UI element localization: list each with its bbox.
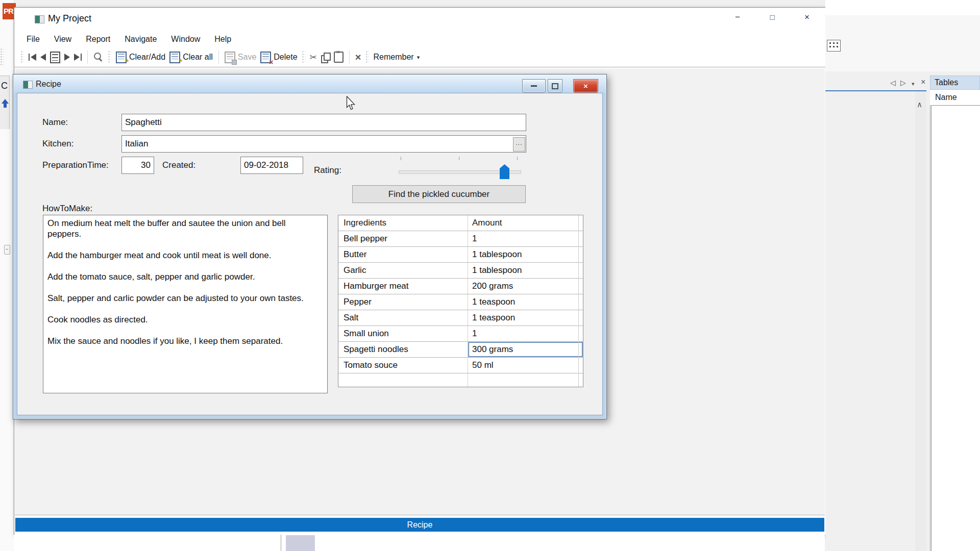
recipe-maximize-button[interactable]: [548, 79, 562, 93]
ingredient-cell[interactable]: Salt: [338, 310, 468, 325]
first-record-button[interactable]: [29, 49, 36, 65]
paste-button[interactable]: [334, 49, 344, 65]
delete-button[interactable]: × Delete: [260, 49, 297, 65]
menu-report[interactable]: Report: [79, 32, 117, 44]
created-input[interactable]: 09-02-2018: [240, 157, 303, 174]
ingredient-row[interactable]: Tomato souce50 ml: [338, 358, 583, 373]
howtomake-paragraph: Cook noodles as directed.: [47, 314, 310, 325]
app-title: My Project: [48, 13, 91, 24]
cancel-button[interactable]: ×: [355, 49, 361, 65]
amount-cell[interactable]: 200 grams: [468, 279, 583, 294]
ingredient-row[interactable]: Salt1 teaspoon: [338, 310, 583, 326]
clear-all-button[interactable]: * Clear all: [169, 49, 213, 65]
ingredient-cell[interactable]: [338, 373, 468, 387]
kitchen-input[interactable]: Italian: [121, 135, 526, 153]
ingredient-cell[interactable]: Butter: [338, 247, 468, 262]
mouse-cursor: [345, 96, 356, 111]
amount-cell[interactable]: 50 ml: [468, 358, 583, 373]
kitchen-label: Kitchen:: [42, 139, 74, 149]
toolbar-grip[interactable]: [302, 51, 305, 63]
background-vertical-line: [281, 535, 281, 551]
next-record-button[interactable]: [64, 49, 70, 65]
last-record-button[interactable]: [74, 49, 82, 65]
menu-help[interactable]: Help: [207, 32, 238, 44]
tab-scroll-right-icon[interactable]: ▷: [900, 79, 906, 87]
how-to-make-label: HowToMake:: [42, 204, 92, 214]
close-button[interactable]: ×: [798, 10, 816, 25]
ingredient-row[interactable]: Spagetti noodles300 grams: [338, 342, 583, 358]
recipe-titlebar[interactable]: Recipe ×: [14, 75, 606, 93]
amount-cell[interactable]: 1 teaspoon: [468, 310, 583, 325]
toolbar-grip[interactable]: [108, 51, 111, 63]
ingredient-row[interactable]: Small union1: [338, 326, 583, 342]
recipe-minimize-button[interactable]: [522, 79, 546, 93]
ingredient-cell[interactable]: Spagetti noodles: [338, 342, 468, 357]
ingredients-table[interactable]: Ingredients Amount Bell pepper1Butter1 t…: [338, 215, 583, 387]
main-titlebar[interactable]: My Project − □ ×: [14, 8, 825, 30]
remember-dropdown-button[interactable]: Remember ▾: [374, 49, 420, 65]
howtomake-textarea[interactable]: On medium heat melt the buffer and saute…: [43, 215, 328, 393]
amount-cell[interactable]: [468, 373, 583, 387]
clear-add-button[interactable]: * Clear/Add: [116, 49, 165, 65]
record-form-button[interactable]: [50, 49, 60, 65]
amount-cell[interactable]: 300 grams: [468, 342, 583, 357]
ingredient-cell[interactable]: Hamburger meat: [338, 279, 468, 294]
amount-cell[interactable]: 1 tablespoon: [468, 247, 583, 262]
right-scrollbar[interactable]: [915, 91, 926, 551]
amount-cell[interactable]: 1: [468, 231, 583, 246]
menu-navigate[interactable]: Navigate: [117, 32, 164, 44]
ingredient-cell[interactable]: Bell pepper: [338, 231, 468, 246]
recipe-client-area: Name: Spaghetti Kitchen: Italian ... Pre…: [17, 93, 603, 415]
right-background-mid: [825, 15, 980, 71]
amount-cell[interactable]: 1 tablespoon: [468, 263, 583, 278]
recipe-close-button[interactable]: ×: [573, 79, 598, 93]
scrollbar-up-icon[interactable]: ∧: [917, 100, 922, 109]
search-icon: [93, 52, 104, 62]
ingredient-row[interactable]: Pepper1 teaspoon: [338, 294, 583, 310]
copy-button[interactable]: [321, 49, 330, 65]
toolbar-grip[interactable]: [21, 51, 24, 63]
tables-list[interactable]: [931, 105, 980, 551]
ingredient-cell[interactable]: Tomato souce: [338, 358, 468, 373]
active-tab-underline: [825, 90, 926, 91]
toolbar-separator: [87, 51, 88, 64]
menu-bar: FileViewReportNavigateWindowHelp: [14, 32, 825, 47]
menu-file[interactable]: File: [19, 32, 47, 44]
find-pickled-cucumber-button[interactable]: Find the pickled cucumber: [352, 185, 526, 203]
amount-column-header[interactable]: Amount: [468, 215, 583, 231]
preparation-time-input[interactable]: 30: [121, 157, 154, 174]
previous-record-button[interactable]: [40, 49, 46, 65]
tab-scroll-left-icon[interactable]: ◁: [890, 79, 896, 87]
grid-table-icon[interactable]: [827, 40, 841, 52]
ingredient-cell[interactable]: Small union: [338, 326, 468, 341]
maximize-button[interactable]: □: [764, 10, 781, 25]
menu-view[interactable]: View: [47, 32, 79, 44]
ingredient-cell[interactable]: Garlic: [338, 263, 468, 278]
menu-window[interactable]: Window: [164, 32, 207, 44]
ingredient-cell[interactable]: Pepper: [338, 294, 468, 310]
minimize-button[interactable]: −: [729, 10, 746, 25]
ingredient-row[interactable]: Garlic1 tablespoon: [338, 263, 583, 279]
toolbar-grip[interactable]: [366, 51, 369, 63]
toolbar: * Clear/Add * Clear all Save × Delete ✂ …: [14, 47, 825, 67]
slider-tick: [517, 157, 518, 160]
tables-panel-header[interactable]: Tables: [930, 76, 980, 90]
bottom-status-bar[interactable]: Recipe: [15, 518, 824, 532]
kitchen-browse-button[interactable]: ...: [513, 137, 525, 152]
ingredients-rows: Bell pepper1Butter1 tablespoonGarlic1 ta…: [338, 231, 583, 387]
save-button[interactable]: Save: [225, 49, 256, 65]
name-input[interactable]: Spaghetti: [121, 114, 526, 131]
cut-button[interactable]: ✂: [310, 49, 317, 65]
amount-cell[interactable]: 1: [468, 326, 583, 341]
ingredient-row[interactable]: Bell pepper1: [338, 231, 583, 247]
tab-close-icon[interactable]: ×: [921, 78, 925, 87]
ingredients-column-header[interactable]: Ingredients: [338, 215, 468, 231]
ingredient-row[interactable]: Hamburger meat200 grams: [338, 279, 583, 294]
ingredient-row[interactable]: [338, 373, 583, 387]
search-button[interactable]: [93, 49, 104, 65]
ingredient-row[interactable]: Butter1 tablespoon: [338, 247, 583, 263]
tab-list-dropdown-icon[interactable]: ▾: [912, 81, 915, 87]
tables-name-column-header[interactable]: Name: [930, 90, 980, 105]
rating-slider-thumb[interactable]: [500, 164, 509, 179]
amount-cell[interactable]: 1 teaspoon: [468, 294, 583, 310]
